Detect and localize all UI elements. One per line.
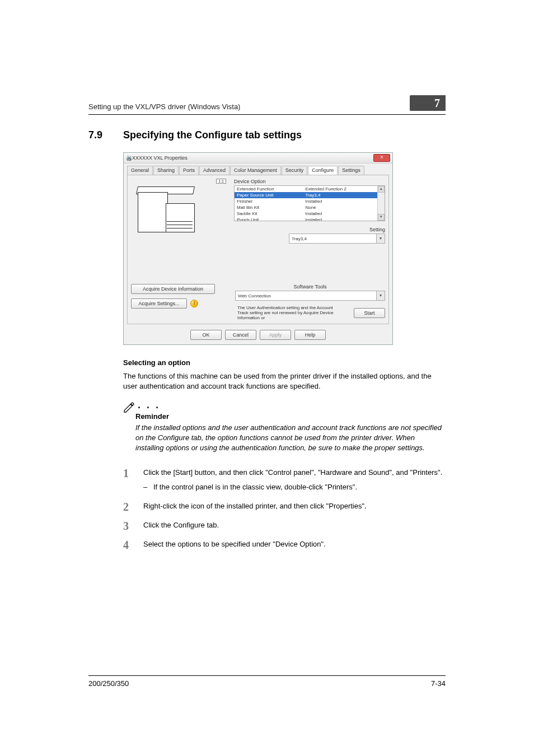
dialog-footer: OK Cancel Apply Help xyxy=(124,326,392,344)
reminder-body: If the installed options and the user au… xyxy=(135,423,444,453)
ok-button[interactable]: OK xyxy=(190,330,222,340)
setting-label: Setting xyxy=(369,227,385,232)
ellipsis-icon: . . . xyxy=(138,399,160,411)
step-1: Click the [Start] button, and then click… xyxy=(123,468,446,492)
running-header: Setting up the VXL/VPS driver (Windows V… xyxy=(88,95,446,115)
body-paragraph: The functions of this machine can be use… xyxy=(123,371,446,391)
properties-dialog: 🖨️ XXXXXX VXL Properties X General Shari… xyxy=(123,152,393,345)
tab-ports[interactable]: Ports xyxy=(179,166,199,175)
setting-dropdown-value: Tray3,4 xyxy=(292,236,307,241)
reminder-heading: Reminder xyxy=(135,412,446,421)
list-item: Paper Source UnitTray3,4 xyxy=(235,192,378,198)
chevron-down-icon[interactable]: ▾ xyxy=(376,291,385,300)
list-item: Punch UnitInstalled xyxy=(235,217,378,221)
tab-general[interactable]: General xyxy=(127,166,153,175)
software-tools-dropdown[interactable]: Web Connection ▾ xyxy=(235,291,385,301)
dialog-title: XXXXXX VXL Properties xyxy=(132,155,373,161)
footer-left: 200/250/350 xyxy=(88,679,431,688)
chevron-down-icon[interactable]: ▾ xyxy=(376,234,385,243)
acquire-settings-button[interactable]: Acquire Settings... xyxy=(131,298,187,309)
acquire-device-info-button[interactable]: Acquire Device Information xyxy=(131,284,215,294)
software-tools-label: Software Tools xyxy=(235,284,385,290)
section-title: Specifying the Configure tab settings xyxy=(123,129,302,141)
step-2: Right-click the icon of the installed pr… xyxy=(123,501,446,511)
page-footer: 200/250/350 7-34 xyxy=(88,675,446,688)
tab-configure[interactable]: Configure xyxy=(308,166,338,175)
software-tools-value: Web Connection xyxy=(238,293,271,298)
setting-dropdown[interactable]: Tray3,4 ▾ xyxy=(289,234,385,244)
tab-settings[interactable]: Settings xyxy=(338,166,364,175)
tab-color-management[interactable]: Color Management xyxy=(230,166,281,175)
list-item: Saddle KitInstalled xyxy=(235,211,378,217)
printer-illustration xyxy=(138,186,199,237)
tab-sharing[interactable]: Sharing xyxy=(153,166,179,175)
tab-security[interactable]: Security xyxy=(282,166,308,175)
help-button[interactable]: Help xyxy=(294,330,326,340)
scroll-down-icon[interactable]: ▾ xyxy=(378,214,385,221)
dialog-tabs: General Sharing Ports Advanced Color Man… xyxy=(127,166,389,175)
apply-button[interactable]: Apply xyxy=(260,330,291,340)
pencil-icon xyxy=(123,402,134,413)
cancel-button[interactable]: Cancel xyxy=(225,330,256,340)
device-option-label: Device Option xyxy=(234,179,385,184)
hint-text: The User Authentication setting and the … xyxy=(237,305,344,320)
subheading-selecting-option: Selecting an option xyxy=(123,358,446,367)
close-icon[interactable]: X xyxy=(373,154,390,162)
step-1-sub: If the control panel is in the classic v… xyxy=(143,482,446,492)
list-item: FinisherInstalled xyxy=(235,198,378,204)
list-item: Extended FunctionExtended Function 2 xyxy=(235,186,378,192)
start-button[interactable]: Start xyxy=(354,308,385,318)
steps-list: Click the [Start] button, and then click… xyxy=(123,468,446,550)
footer-right: 7-34 xyxy=(431,679,446,688)
list-scrollbar[interactable]: ▴ ▾ xyxy=(377,186,385,221)
list-item: Mail Bin KitNone xyxy=(235,204,378,211)
step-3: Click the Configure tab. xyxy=(123,520,446,530)
dialog-body: 1:1 Device Option xyxy=(127,175,389,324)
printer-icon: 🖨️ xyxy=(126,155,132,161)
tab-advanced[interactable]: Advanced xyxy=(199,166,229,175)
step-4: Select the options to be specified under… xyxy=(123,539,446,549)
section-heading: 7.9Specifying the Configure tab settings xyxy=(88,129,446,141)
device-option-list[interactable]: Extended FunctionExtended Function 2 Pap… xyxy=(234,185,385,221)
warning-icon: ! xyxy=(190,300,198,307)
reminder-block: . . . Reminder If the installed options … xyxy=(123,399,446,453)
scale-badge: 1:1 xyxy=(216,179,226,184)
chapter-chip: 7 xyxy=(410,95,446,111)
section-number: 7.9 xyxy=(88,129,123,141)
dialog-titlebar: 🖨️ XXXXXX VXL Properties X xyxy=(124,153,392,164)
running-title: Setting up the VXL/VPS driver (Windows V… xyxy=(88,102,410,111)
